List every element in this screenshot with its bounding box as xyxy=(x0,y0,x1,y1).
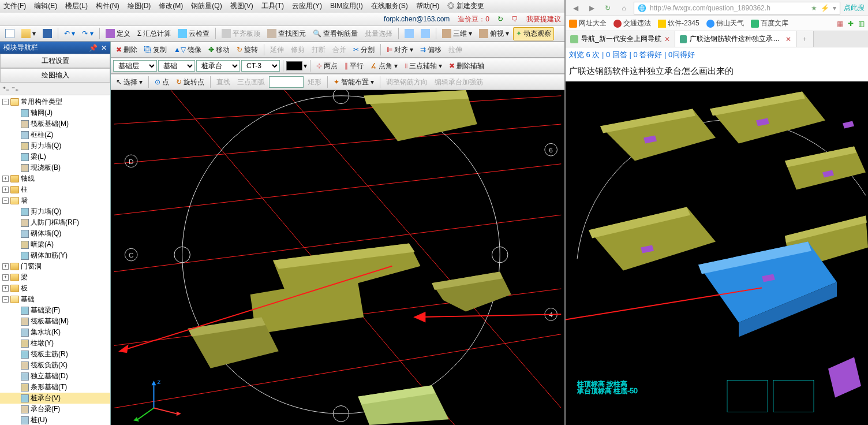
merge-button[interactable]: 合并 xyxy=(330,43,349,57)
feedback-link[interactable]: 我要提建议 xyxy=(526,14,561,24)
menu-bim[interactable]: BIM应用(I) xyxy=(330,1,363,12)
menu-component[interactable]: 构件(N) xyxy=(96,1,119,12)
color-picker[interactable] xyxy=(286,61,302,70)
close-icon[interactable]: ✕ xyxy=(101,44,107,52)
tree-item[interactable]: 梁(L) xyxy=(31,152,46,162)
forward-button[interactable]: ▶ xyxy=(585,2,598,14)
component-select[interactable]: 桩承台 xyxy=(196,60,240,72)
new-tab-button[interactable]: ＋ xyxy=(796,31,814,47)
tree-item[interactable]: 人防门框墙(RF) xyxy=(31,218,79,228)
extend-button[interactable]: 延伸 xyxy=(267,43,287,57)
tree-item[interactable]: 墙 xyxy=(21,196,28,206)
gridvis2-button[interactable] xyxy=(418,27,433,40)
tree-item[interactable]: 剪力墙(Q) xyxy=(31,207,61,217)
parallel-button[interactable]: ∥平行 xyxy=(342,59,366,73)
dropdown-icon[interactable]: ▾ xyxy=(833,4,836,12)
bm-wenku[interactable]: 百度文库 xyxy=(751,18,788,28)
tree-item[interactable]: 梁 xyxy=(21,273,28,282)
tree-item[interactable]: 桩(U) xyxy=(31,415,47,425)
select-button[interactable]: ↖选择▾ xyxy=(113,76,145,89)
define-button[interactable]: 定义 xyxy=(103,27,133,40)
tab-question[interactable]: 广联达钢筋软件这种独立承台怎…✕ xyxy=(675,31,796,47)
exp-icon[interactable]: + xyxy=(2,285,9,292)
menu-edit[interactable]: 编辑(E) xyxy=(34,1,57,12)
split-button[interactable]: ✂分割 xyxy=(350,43,377,57)
tree-item[interactable]: 砌体加筋(Y) xyxy=(31,251,68,260)
3d-viewport[interactable]: D C 6 4 xyxy=(111,90,564,425)
tree-item[interactable]: 基础梁(F) xyxy=(31,305,60,315)
exp-icon[interactable]: − xyxy=(2,99,9,105)
line-button[interactable]: 直线 xyxy=(214,76,233,89)
menu-cloud[interactable]: 云应用(Y) xyxy=(292,1,322,12)
exp-icon[interactable]: + xyxy=(2,176,9,182)
mirror-button[interactable]: ▲▽镜像 xyxy=(171,43,204,57)
address-bar[interactable]: 🌐 http://e.fwxgx.com/question_1890362.h … xyxy=(634,2,840,14)
tree-item[interactable]: 承台梁(F) xyxy=(31,404,60,414)
new-button[interactable] xyxy=(2,27,17,40)
tab-draw-input[interactable]: 绘图输入 xyxy=(0,68,110,83)
tree-item[interactable]: 砌体墙(Q) xyxy=(31,229,61,238)
delete-button[interactable]: ✖删除 xyxy=(113,43,140,57)
perspective-button[interactable]: 俯视▾ xyxy=(476,27,512,40)
undo-button[interactable]: ↶ ▾ xyxy=(61,28,78,39)
batchselect-button[interactable]: 批量选择 xyxy=(362,27,395,40)
star-icon[interactable]: ★ xyxy=(811,4,817,12)
tree-item[interactable]: 板 xyxy=(21,284,28,293)
gridvis1-button[interactable] xyxy=(402,27,417,40)
tree-item[interactable]: 集水坑(K) xyxy=(31,327,61,337)
tree-item[interactable]: 暗梁(A) xyxy=(31,240,54,249)
offset-button[interactable]: ⇉偏移 xyxy=(417,43,444,57)
tree-item-pilecap[interactable]: 桩承台(V) xyxy=(31,393,61,403)
close-tab-icon[interactable]: ✕ xyxy=(664,35,670,43)
pin-icon[interactable]: 📌 xyxy=(89,44,98,52)
bm-traffic[interactable]: 交通违法 xyxy=(613,18,651,28)
close-tab-icon[interactable]: ✕ xyxy=(785,35,791,43)
expand-icon[interactable]: ⁺₋ xyxy=(2,85,9,93)
bm-weather[interactable]: 佛山天气 xyxy=(706,18,744,28)
dynamicview-button[interactable]: ✦动态观察 xyxy=(513,27,554,40)
menu-modify[interactable]: 修改(M) xyxy=(159,1,183,12)
exp-icon[interactable]: − xyxy=(2,197,9,204)
lightning-icon[interactable]: ⚡ xyxy=(821,4,829,12)
component-tree[interactable]: −常用构件类型 轴网(J) 筏板基础(M) 框柱(Z) 剪力墙(Q) 梁(L) … xyxy=(0,95,110,425)
tab-nav[interactable]: 导航_新一代安全上网导航✕ xyxy=(566,31,675,47)
rotatepoint-button[interactable]: ↻旋转点 xyxy=(173,76,207,89)
search-hint[interactable]: 点此搜 xyxy=(844,3,865,13)
adjustrebar-button[interactable]: 调整钢筋方向 xyxy=(383,76,431,89)
twopoint-button[interactable]: ⊹两点 xyxy=(313,59,341,73)
tree-item[interactable]: 条形基础(T) xyxy=(31,382,67,392)
menu-newchange[interactable]: ◎ 新建变更 xyxy=(447,1,484,12)
find-button[interactable]: 查找图元 xyxy=(264,27,309,40)
reload-button[interactable]: ↻ xyxy=(601,2,614,14)
rect-button[interactable]: 矩形 xyxy=(305,76,324,89)
menu-view[interactable]: 视图(V) xyxy=(230,1,253,12)
summary-button[interactable]: Σ 汇总计算 xyxy=(134,27,174,40)
arc-button[interactable]: 三点画弧 xyxy=(234,76,268,89)
trim-button[interactable]: 修剪 xyxy=(288,43,308,57)
smartplace-button[interactable]: ✦智能布置▾ xyxy=(331,76,377,89)
tree-item[interactable]: 基础 xyxy=(21,294,35,304)
tab-project-settings[interactable]: 工程设置 xyxy=(0,54,110,68)
tree-item[interactable]: 门窗洞 xyxy=(21,262,42,271)
type-select[interactable]: CT-3 xyxy=(241,60,280,72)
value-input[interactable] xyxy=(269,76,304,88)
plus-bm-icon[interactable]: ✚ xyxy=(848,20,854,28)
menu-help[interactable]: 帮助(H) xyxy=(416,1,440,12)
delaux-button[interactable]: ✖删除辅轴 xyxy=(446,59,487,73)
home-button[interactable]: ⌂ xyxy=(618,2,630,14)
point-button[interactable]: ⊙点 xyxy=(152,76,172,89)
redo-button[interactable]: ↷ ▾ xyxy=(79,28,96,39)
angle-button[interactable]: ∡点角▾ xyxy=(368,59,401,73)
tree-item[interactable]: 柱墩(Y) xyxy=(31,338,54,348)
menu-file[interactable]: 文件(F) xyxy=(3,1,26,12)
menu-draw[interactable]: 绘图(D) xyxy=(128,1,151,12)
tree-root[interactable]: 常用构件类型 xyxy=(21,97,62,107)
threeaux-button[interactable]: ⫴三点辅轴▾ xyxy=(402,59,445,73)
menu-rebar[interactable]: 钢筋量(Q) xyxy=(191,1,222,12)
menu-tool[interactable]: 工具(T) xyxy=(261,1,284,12)
rotate-button[interactable]: ↻旋转 xyxy=(234,43,261,57)
align-button[interactable]: ⊫对齐▾ xyxy=(384,43,416,57)
3d-button[interactable]: 三维▾ xyxy=(439,27,475,40)
exp-icon[interactable]: − xyxy=(2,296,9,303)
book-icon[interactable]: ▥ xyxy=(858,20,865,28)
